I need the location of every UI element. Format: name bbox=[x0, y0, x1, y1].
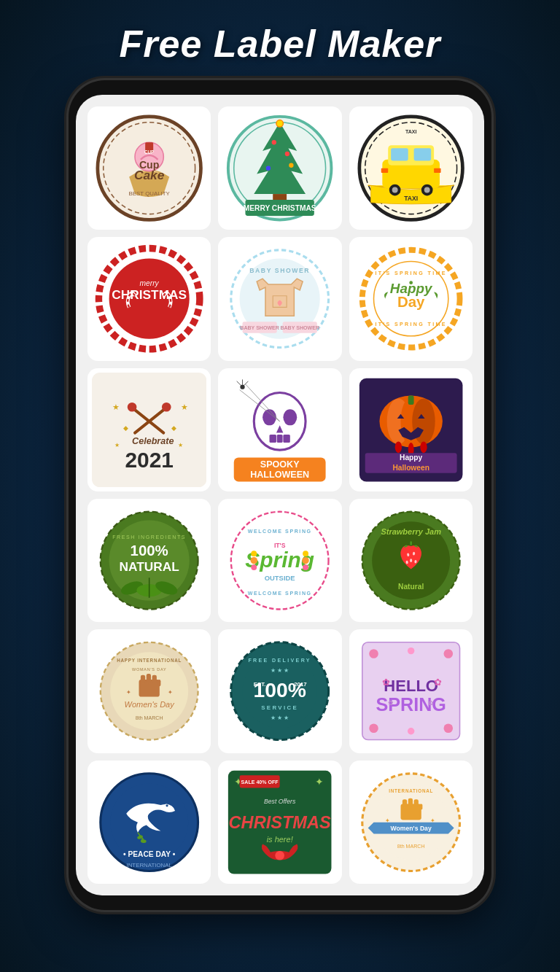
svg-point-29 bbox=[424, 187, 429, 193]
svg-point-189 bbox=[276, 851, 285, 860]
svg-point-78 bbox=[241, 384, 245, 389]
svg-point-164 bbox=[408, 728, 414, 734]
svg-text:BABY SHOWER: BABY SHOWER bbox=[281, 325, 320, 330]
label-taxi[interactable]: TAXI TAXI bbox=[349, 106, 472, 230]
svg-rect-91 bbox=[408, 395, 413, 405]
label-halloween-pumpkin[interactable]: Happy Halloween bbox=[349, 368, 472, 491]
label-womens-day-orange[interactable]: INTERNATIONAL ✦ ✦ Women's Day 8th MARCH bbox=[349, 761, 472, 884]
svg-point-117 bbox=[251, 557, 257, 564]
svg-point-122 bbox=[303, 564, 308, 570]
svg-text:✦: ✦ bbox=[316, 775, 324, 787]
svg-text:Women's Day: Women's Day bbox=[390, 825, 431, 832]
svg-text:INTERNATIONAL: INTERNATIONAL bbox=[389, 788, 433, 793]
svg-text:WELCOME SPRING: WELCOME SPRING bbox=[248, 529, 312, 534]
label-happy-day[interactable]: IT'S SPRING TIME Happy Day IT'S SPRING T… bbox=[349, 237, 472, 360]
svg-text:100%: 100% bbox=[131, 542, 168, 559]
svg-text:Halloween: Halloween bbox=[392, 463, 429, 471]
svg-point-94 bbox=[394, 441, 401, 453]
svg-text:Best Offers: Best Offers bbox=[264, 798, 296, 805]
svg-rect-75 bbox=[284, 435, 290, 443]
svg-rect-140 bbox=[147, 674, 151, 683]
svg-text:✿: ✿ bbox=[388, 699, 394, 707]
svg-rect-197 bbox=[413, 799, 418, 807]
svg-point-13 bbox=[272, 140, 276, 144]
svg-text:SPRING: SPRING bbox=[376, 695, 446, 715]
label-spooky-halloween[interactable]: SPOOKY HALLOWEEN bbox=[218, 368, 341, 491]
svg-text:Natural: Natural bbox=[398, 583, 424, 591]
svg-text:WOMAN'S DAY: WOMAN'S DAY bbox=[132, 667, 167, 672]
label-baby-shower[interactable]: BABY SHOWER BABY SHOWER BABY SHOWER bbox=[218, 237, 341, 360]
label-strawberry-jam[interactable]: Strawberry Jam Natural bbox=[349, 499, 472, 622]
svg-rect-195 bbox=[402, 799, 407, 807]
label-celebrate-2021[interactable]: ★ ★ ★ ★ ◆ ◆ Celebrate 2021 bbox=[88, 368, 211, 491]
svg-text:TAXI: TAXI bbox=[405, 129, 417, 134]
svg-text:CUP: CUP bbox=[144, 149, 154, 155]
svg-text:HAPPY INTERNATIONAL: HAPPY INTERNATIONAL bbox=[117, 658, 182, 664]
svg-point-119 bbox=[252, 564, 257, 570]
svg-point-175 bbox=[166, 804, 168, 806]
svg-point-162 bbox=[443, 724, 453, 734]
svg-point-61 bbox=[128, 403, 137, 412]
svg-text:✿: ✿ bbox=[434, 677, 442, 688]
svg-text:TAXI: TAXI bbox=[404, 195, 418, 202]
svg-text:8th MARCH: 8th MARCH bbox=[397, 844, 424, 849]
svg-text:★: ★ bbox=[178, 442, 183, 448]
label-cupcake[interactable]: CUP Cup Cake BEST QUALITY bbox=[88, 106, 211, 230]
svg-text:• PEACE DAY •: • PEACE DAY • bbox=[123, 850, 176, 858]
svg-point-16 bbox=[289, 163, 294, 168]
label-womens-day-beige[interactable]: HAPPY INTERNATIONAL WOMAN'S DAY ✦ ✦ Wome… bbox=[88, 629, 211, 753]
label-peace-day[interactable]: • PEACE DAY • INTERNATIONAL bbox=[88, 761, 211, 884]
label-natural[interactable]: FRESH INGREDIENTS 100% NATURAL bbox=[88, 499, 211, 622]
svg-text:INTERNATIONAL: INTERNATIONAL bbox=[127, 862, 173, 868]
svg-text:✿: ✿ bbox=[428, 699, 434, 707]
svg-text:IT'S SPRING TIME: IT'S SPRING TIME bbox=[375, 271, 446, 276]
svg-point-161 bbox=[369, 724, 378, 734]
svg-text:★: ★ bbox=[181, 403, 188, 411]
svg-text:FRESH INGREDIENTS: FRESH INGREDIENTS bbox=[112, 534, 186, 540]
svg-text:2017: 2017 bbox=[295, 682, 308, 688]
svg-text:NATURAL: NATURAL bbox=[120, 559, 180, 574]
svg-point-118 bbox=[252, 551, 257, 556]
svg-text:CHRISTMAS: CHRISTMAS bbox=[229, 812, 331, 831]
svg-rect-141 bbox=[152, 675, 157, 684]
svg-point-12 bbox=[276, 120, 283, 127]
svg-point-14 bbox=[285, 152, 289, 156]
svg-text:HALLOWEEN: HALLOWEEN bbox=[250, 470, 309, 480]
svg-point-27 bbox=[392, 187, 397, 193]
svg-rect-198 bbox=[419, 804, 422, 809]
svg-rect-24 bbox=[391, 148, 408, 160]
svg-rect-73 bbox=[270, 435, 276, 443]
svg-text:OUTSIDE: OUTSIDE bbox=[265, 574, 295, 582]
svg-text:FREE DELIVERY: FREE DELIVERY bbox=[249, 658, 312, 664]
svg-text:SALE 40% OFF: SALE 40% OFF bbox=[241, 779, 279, 785]
svg-point-53 bbox=[409, 281, 413, 285]
app-title: Free Label Maker bbox=[105, 0, 456, 80]
svg-text:BABY SHOWER: BABY SHOWER bbox=[250, 268, 311, 275]
svg-point-121 bbox=[303, 551, 308, 556]
svg-point-129 bbox=[410, 559, 412, 562]
label-christmas-tree[interactable]: MERRY CHRISTMAS bbox=[218, 106, 341, 230]
labels-grid: CUP Cup Cake BEST QUALITY bbox=[88, 106, 472, 884]
svg-text:CHRISTMAS: CHRISTMAS bbox=[112, 287, 187, 302]
svg-text:8th MARCH: 8th MARCH bbox=[136, 715, 163, 720]
svg-rect-142 bbox=[158, 680, 160, 686]
label-hello-spring[interactable]: HELLO SPRING ✿ ✿ ✿ ✿ bbox=[349, 629, 472, 753]
label-spring-outside[interactable]: WELCOME SPRING IT'S Spring OUTSIDE WELCO… bbox=[218, 499, 341, 622]
svg-point-120 bbox=[303, 557, 309, 564]
svg-rect-74 bbox=[277, 435, 283, 443]
label-christmas-offers[interactable]: ✦ ✦ SALE 40% OFF Best Offers CHRISTMAS i… bbox=[218, 761, 341, 884]
svg-text:★ ★ ★: ★ ★ ★ bbox=[271, 668, 289, 674]
svg-text:IT'S SPRING TIME: IT'S SPRING TIME bbox=[375, 322, 446, 327]
phone-screen: CUP Cup Cake BEST QUALITY bbox=[76, 95, 484, 895]
label-free-delivery[interactable]: FREE DELIVERY ★ ★ ★ EST. 100% 2017 SERVI… bbox=[218, 629, 341, 753]
svg-text:★ ★ ★: ★ ★ ★ bbox=[271, 715, 289, 721]
svg-point-96 bbox=[420, 441, 427, 453]
svg-text:Strawberry Jam: Strawberry Jam bbox=[381, 527, 441, 536]
svg-point-159 bbox=[369, 650, 378, 659]
svg-text:2021: 2021 bbox=[125, 447, 173, 471]
svg-point-71 bbox=[284, 409, 298, 425]
phone-frame: CUP Cup Cake BEST QUALITY bbox=[69, 80, 491, 910]
label-christmas-red[interactable]: merry CHRISTMAS bbox=[88, 237, 211, 360]
svg-point-160 bbox=[443, 650, 453, 659]
svg-text:Happy: Happy bbox=[400, 454, 423, 462]
